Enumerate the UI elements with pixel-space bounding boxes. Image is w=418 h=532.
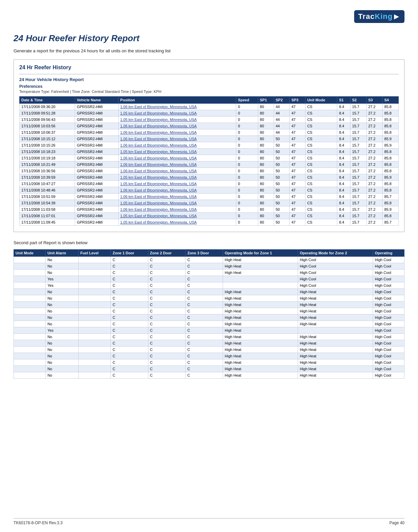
table2-cell — [14, 263, 46, 270]
table2-cell: C — [186, 308, 223, 314]
table2-cell — [14, 321, 46, 327]
table1-cell: GPRSSR2-HMI — [75, 168, 118, 174]
table-row: NoCCCHigh HeatHigh HeatHigh Cool — [14, 359, 404, 366]
table1-cell: GPRSSR2-HMI — [75, 110, 118, 117]
table-row: 17/11/2008 10:06:37GPRSSR2-HMI1.06 km Ea… — [20, 129, 399, 136]
table1-cell: 47 — [290, 187, 305, 194]
table1-cell: 47 — [290, 136, 305, 142]
table2-cell: C — [111, 263, 148, 270]
table2-cell: High Heat — [298, 314, 373, 321]
table1-cell: 27.2 — [366, 174, 383, 181]
table2-cell: C — [186, 263, 223, 270]
table1-cell: 8.4 — [337, 149, 350, 155]
position-link[interactable]: 1.06 km East of Bloomington, Minnesota, … — [120, 143, 197, 147]
table1-cell: 47 — [290, 104, 305, 110]
table1-cell: CS — [305, 136, 337, 142]
position-link[interactable]: 1.06 km East of Bloomington, Minnesota, … — [120, 130, 197, 134]
table1-cell: 8.4 — [337, 136, 350, 142]
table2-cell: High Cool — [373, 327, 404, 334]
position-link[interactable]: 1.05 km East of Bloomington, Minnesota, … — [120, 111, 197, 115]
table2-cell: High Cool — [373, 270, 404, 276]
table1-cell: 47 — [290, 110, 305, 117]
table1-cell: 47 — [290, 194, 305, 200]
table2-cell — [14, 308, 46, 314]
position-link[interactable]: 1.05 km East of Bloomington, Minnesota, … — [120, 220, 197, 224]
position-link[interactable]: 1.05 km East of Bloomington, Minnesota, … — [120, 150, 197, 154]
table1-cell: 15.7 — [350, 117, 367, 123]
table2-cell: C — [111, 340, 148, 347]
position-link[interactable]: 1.06 km East of Bloomington, Minnesota, … — [120, 169, 197, 173]
table2-cell: C — [186, 270, 223, 276]
table2-cell: High Cool — [373, 289, 404, 295]
position-link[interactable]: 1.05 km East of Bloomington, Minnesota, … — [120, 201, 197, 205]
table1-cell: 47 — [290, 155, 305, 161]
table1-cell: 85.7 — [383, 219, 399, 226]
position-link[interactable]: 1.06 km East of Bloomington, Minnesota, … — [120, 137, 197, 141]
table1-cell: CS — [305, 206, 337, 213]
table-row: NoCCCHigh HeatHigh HeatHigh Cool — [14, 340, 404, 347]
table1-cell: 27.2 — [366, 104, 383, 110]
table1-col-sp1: SP1 — [258, 97, 274, 104]
table1-cell: 27.2 — [366, 219, 383, 226]
position-link[interactable]: 1.06 km East of Bloomington, Minnesota, … — [120, 124, 197, 128]
table2-cell: C — [148, 263, 186, 270]
table2-cell: C — [148, 359, 186, 366]
table2-cell — [14, 334, 46, 340]
table2-cell — [14, 340, 46, 347]
table2-cell — [78, 353, 110, 359]
table-row: 17/11/2008 10:39:59GPRSSR2-HMI1.05 km Ea… — [20, 174, 399, 181]
table1-cell: 85.8 — [383, 149, 399, 155]
table1-cell: 0 — [236, 110, 258, 117]
table2-cell — [14, 270, 46, 276]
table2-cell: C — [186, 353, 223, 359]
table1-cell: 85.8 — [383, 187, 399, 194]
table1-col-s2: S2 — [350, 97, 367, 104]
table-row: NoCCCHigh HeatHigh HeatHigh Cool — [14, 314, 404, 321]
table2-col-zone_1_door: Zone 1 Door — [111, 250, 148, 257]
table2-cell: No — [46, 314, 78, 321]
table1-cell: 80 — [258, 129, 274, 136]
position-link[interactable]: 1.06 km East of Bloomington, Minnesota, … — [120, 195, 197, 199]
position-link[interactable]: 1.05 km East of Bloomington, Minnesota, … — [120, 118, 197, 122]
table1-cell: 27.2 — [366, 129, 383, 136]
table1-cell: 85.8 — [383, 213, 399, 219]
table1-cell: GPRSSR2-HMI — [75, 117, 118, 123]
table2-cell: C — [111, 372, 148, 379]
table2-cell: High Heat — [223, 308, 298, 314]
table2-cell: C — [186, 295, 223, 302]
table1-cell: 80 — [258, 181, 274, 187]
table2-cell: High Heat — [223, 359, 298, 366]
table2-cell: High Cool — [373, 321, 404, 327]
table2-cell: High Cool — [373, 347, 404, 353]
table1-col-position: Position — [118, 97, 236, 104]
table1-cell: 8.4 — [337, 187, 350, 194]
position-link[interactable]: 1.05 km East of Bloomington, Minnesota, … — [120, 214, 197, 218]
table2-cell: High Heat — [298, 308, 373, 314]
table1-cell: 17/11/2008 10:47:27 — [20, 181, 75, 187]
position-link[interactable]: 1.05 km East of Bloomington, Minnesota, … — [120, 175, 197, 179]
table1-cell: 17/11/2008 10:48:46 — [20, 187, 75, 194]
table2-header-row: Unit ModeUnit AlarmFuel LevelZone 1 Door… — [14, 250, 404, 257]
position-link[interactable]: 1.06 km East of Bloomington, Minnesota, … — [120, 162, 197, 167]
table1-cell: 15.7 — [350, 181, 367, 187]
table1-cell: 17/11/2008 11:07:01 — [20, 213, 75, 219]
table2-cell — [14, 282, 46, 289]
table1-cell: 17/11/2008 09:56:43 — [20, 117, 75, 123]
table2-cell: C — [148, 353, 186, 359]
table2-cell: C — [148, 270, 186, 276]
table1-cell: CS — [305, 129, 337, 136]
table2-cell: High Heat — [223, 327, 298, 334]
table1-cell: 85.8 — [383, 117, 399, 123]
position-link[interactable]: 1.06 km East of Bloomington, Minnesota, … — [120, 105, 197, 109]
table2-cell: C — [186, 334, 223, 340]
position-link[interactable]: 1.05 km East of Bloomington, Minnesota, … — [120, 182, 197, 186]
report-box-title: 24 Hr Reefer History — [19, 65, 399, 71]
table1-cell: 8.4 — [337, 104, 350, 110]
table2-cell: High Cool — [373, 340, 404, 347]
table2-cell — [14, 314, 46, 321]
table1-cell: 0 — [236, 155, 258, 161]
position-link[interactable]: 1.06 km East of Bloomington, Minnesota, … — [120, 207, 197, 211]
position-link[interactable]: 1.06 km East of Bloomington, Minnesota, … — [120, 188, 197, 192]
table1-cell: CS — [305, 194, 337, 200]
position-link[interactable]: 1.06 km East of Bloomington, Minnesota, … — [120, 156, 197, 160]
